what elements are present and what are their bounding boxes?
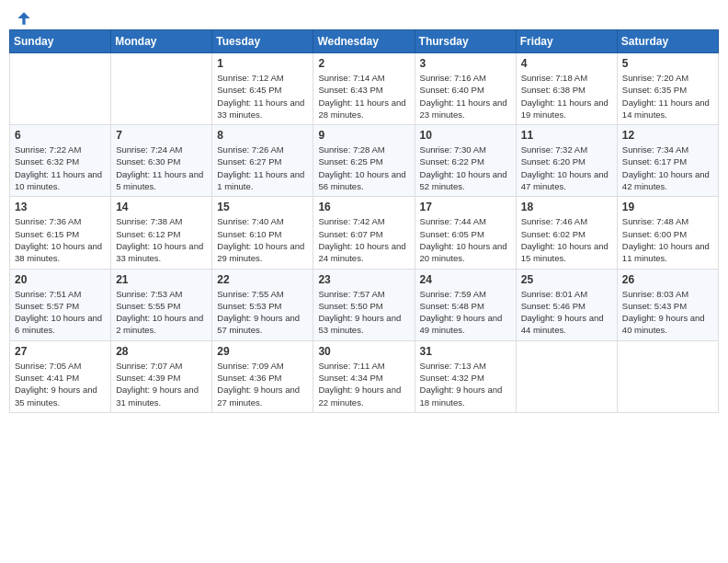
day-info: Sunrise: 7:05 AMSunset: 4:41 PMDaylight:…	[15, 360, 106, 408]
day-info: Sunrise: 7:09 AMSunset: 4:36 PMDaylight:…	[217, 360, 308, 408]
day-info: Sunrise: 7:40 AMSunset: 6:10 PMDaylight:…	[217, 215, 308, 264]
day-number: 13	[15, 201, 106, 213]
day-number: 5	[622, 57, 713, 70]
weekday-header-tuesday: Tuesday	[212, 30, 313, 53]
day-info: Sunrise: 7:22 AMSunset: 6:32 PMDaylight:…	[15, 144, 106, 192]
day-number: 4	[521, 57, 612, 70]
day-number: 27	[15, 345, 106, 358]
calendar-cell: 21Sunrise: 7:53 AMSunset: 5:55 PMDayligh…	[111, 269, 212, 340]
day-info: Sunrise: 7:24 AMSunset: 6:30 PMDaylight:…	[116, 144, 207, 192]
calendar-cell	[111, 53, 212, 125]
day-info: Sunrise: 7:28 AMSunset: 6:25 PMDaylight:…	[318, 144, 409, 192]
day-info: Sunrise: 7:53 AMSunset: 5:55 PMDaylight:…	[116, 288, 207, 337]
day-number: 3	[420, 57, 511, 70]
calendar-week-row: 27Sunrise: 7:05 AMSunset: 4:41 PMDayligh…	[10, 340, 719, 412]
day-info: Sunrise: 7:11 AMSunset: 4:34 PMDaylight:…	[318, 360, 409, 408]
calendar-cell: 7Sunrise: 7:24 AMSunset: 6:30 PMDaylight…	[111, 125, 212, 197]
calendar-cell: 15Sunrise: 7:40 AMSunset: 6:10 PMDayligh…	[212, 197, 313, 269]
day-number: 1	[217, 57, 308, 70]
weekday-header-row: SundayMondayTuesdayWednesdayThursdayFrid…	[10, 30, 719, 53]
calendar-cell: 10Sunrise: 7:30 AMSunset: 6:22 PMDayligh…	[415, 125, 516, 197]
calendar-cell: 30Sunrise: 7:11 AMSunset: 4:34 PMDayligh…	[313, 340, 415, 412]
calendar-cell: 1Sunrise: 7:12 AMSunset: 6:45 PMDaylight…	[212, 53, 313, 125]
calendar-cell: 31Sunrise: 7:13 AMSunset: 4:32 PMDayligh…	[415, 340, 516, 412]
day-info: Sunrise: 7:36 AMSunset: 6:15 PMDaylight:…	[15, 215, 106, 264]
day-number: 12	[622, 129, 713, 142]
calendar-cell: 26Sunrise: 8:03 AMSunset: 5:43 PMDayligh…	[617, 269, 718, 340]
day-number: 8	[217, 129, 308, 142]
day-number: 10	[420, 129, 511, 142]
calendar-cell: 23Sunrise: 7:57 AMSunset: 5:50 PMDayligh…	[313, 269, 415, 340]
calendar-cell: 9Sunrise: 7:28 AMSunset: 6:25 PMDaylight…	[313, 125, 415, 197]
calendar-week-row: 20Sunrise: 7:51 AMSunset: 5:57 PMDayligh…	[10, 269, 719, 340]
weekday-header-saturday: Saturday	[617, 30, 718, 53]
calendar-cell	[516, 340, 617, 412]
calendar-cell: 22Sunrise: 7:55 AMSunset: 5:53 PMDayligh…	[212, 269, 313, 340]
calendar-cell: 19Sunrise: 7:48 AMSunset: 6:00 PMDayligh…	[617, 197, 718, 269]
day-info: Sunrise: 8:01 AMSunset: 5:46 PMDaylight:…	[521, 288, 612, 337]
day-info: Sunrise: 8:03 AMSunset: 5:43 PMDaylight:…	[622, 288, 713, 337]
calendar-cell: 4Sunrise: 7:18 AMSunset: 6:38 PMDaylight…	[516, 53, 617, 125]
day-info: Sunrise: 7:59 AMSunset: 5:48 PMDaylight:…	[420, 288, 511, 337]
page-header	[9, 9, 719, 22]
day-info: Sunrise: 7:55 AMSunset: 5:53 PMDaylight:…	[217, 288, 308, 337]
day-info: Sunrise: 7:46 AMSunset: 6:02 PMDaylight:…	[521, 215, 612, 264]
calendar-cell	[10, 53, 111, 125]
calendar-cell: 16Sunrise: 7:42 AMSunset: 6:07 PMDayligh…	[313, 197, 415, 269]
calendar-cell: 20Sunrise: 7:51 AMSunset: 5:57 PMDayligh…	[10, 269, 111, 340]
day-number: 23	[318, 273, 409, 286]
day-number: 25	[521, 273, 612, 286]
day-number: 19	[622, 201, 713, 213]
day-info: Sunrise: 7:20 AMSunset: 6:35 PMDaylight:…	[622, 72, 713, 121]
day-number: 22	[217, 273, 308, 286]
day-info: Sunrise: 7:34 AMSunset: 6:17 PMDaylight:…	[622, 144, 713, 192]
calendar-cell: 2Sunrise: 7:14 AMSunset: 6:43 PMDaylight…	[313, 53, 415, 125]
weekday-header-friday: Friday	[516, 30, 617, 53]
day-number: 11	[521, 129, 612, 142]
day-number: 6	[15, 129, 106, 142]
day-number: 16	[318, 201, 409, 213]
calendar-table: SundayMondayTuesdayWednesdayThursdayFrid…	[9, 29, 719, 413]
weekday-header-monday: Monday	[111, 30, 212, 53]
day-info: Sunrise: 7:57 AMSunset: 5:50 PMDaylight:…	[318, 288, 409, 337]
calendar-cell: 6Sunrise: 7:22 AMSunset: 6:32 PMDaylight…	[10, 125, 111, 197]
day-info: Sunrise: 7:26 AMSunset: 6:27 PMDaylight:…	[217, 144, 308, 192]
day-info: Sunrise: 7:12 AMSunset: 6:45 PMDaylight:…	[217, 72, 308, 121]
day-info: Sunrise: 7:32 AMSunset: 6:20 PMDaylight:…	[521, 144, 612, 192]
day-number: 29	[217, 345, 308, 358]
day-info: Sunrise: 7:16 AMSunset: 6:40 PMDaylight:…	[420, 72, 511, 121]
calendar-cell: 8Sunrise: 7:26 AMSunset: 6:27 PMDaylight…	[212, 125, 313, 197]
day-number: 7	[116, 129, 207, 142]
calendar-cell: 24Sunrise: 7:59 AMSunset: 5:48 PMDayligh…	[415, 269, 516, 340]
day-number: 21	[116, 273, 207, 286]
day-number: 17	[420, 201, 511, 213]
day-info: Sunrise: 7:13 AMSunset: 4:32 PMDaylight:…	[420, 360, 511, 408]
day-number: 24	[420, 273, 511, 286]
calendar-cell: 13Sunrise: 7:36 AMSunset: 6:15 PMDayligh…	[10, 197, 111, 269]
calendar-cell: 25Sunrise: 8:01 AMSunset: 5:46 PMDayligh…	[516, 269, 617, 340]
calendar-cell: 12Sunrise: 7:34 AMSunset: 6:17 PMDayligh…	[617, 125, 718, 197]
calendar-week-row: 13Sunrise: 7:36 AMSunset: 6:15 PMDayligh…	[10, 197, 719, 269]
day-number: 15	[217, 201, 308, 213]
calendar-cell: 11Sunrise: 7:32 AMSunset: 6:20 PMDayligh…	[516, 125, 617, 197]
weekday-header-wednesday: Wednesday	[313, 30, 415, 53]
calendar-cell: 28Sunrise: 7:07 AMSunset: 4:39 PMDayligh…	[111, 340, 212, 412]
day-info: Sunrise: 7:07 AMSunset: 4:39 PMDaylight:…	[116, 360, 207, 408]
day-number: 20	[15, 273, 106, 286]
day-number: 31	[420, 345, 511, 358]
day-number: 9	[318, 129, 409, 142]
day-info: Sunrise: 7:48 AMSunset: 6:00 PMDaylight:…	[622, 215, 713, 264]
day-info: Sunrise: 7:18 AMSunset: 6:38 PMDaylight:…	[521, 72, 612, 121]
day-info: Sunrise: 7:44 AMSunset: 6:05 PMDaylight:…	[420, 215, 511, 264]
day-number: 18	[521, 201, 612, 213]
calendar-cell: 27Sunrise: 7:05 AMSunset: 4:41 PMDayligh…	[10, 340, 111, 412]
day-info: Sunrise: 7:30 AMSunset: 6:22 PMDaylight:…	[420, 144, 511, 192]
calendar-cell: 14Sunrise: 7:38 AMSunset: 6:12 PMDayligh…	[111, 197, 212, 269]
calendar-week-row: 6Sunrise: 7:22 AMSunset: 6:32 PMDaylight…	[10, 125, 719, 197]
day-info: Sunrise: 7:51 AMSunset: 5:57 PMDaylight:…	[15, 288, 106, 337]
calendar-cell: 5Sunrise: 7:20 AMSunset: 6:35 PMDaylight…	[617, 53, 718, 125]
day-number: 30	[318, 345, 409, 358]
logo	[13, 9, 33, 22]
calendar-week-row: 1Sunrise: 7:12 AMSunset: 6:45 PMDaylight…	[10, 53, 719, 125]
calendar-cell: 18Sunrise: 7:46 AMSunset: 6:02 PMDayligh…	[516, 197, 617, 269]
